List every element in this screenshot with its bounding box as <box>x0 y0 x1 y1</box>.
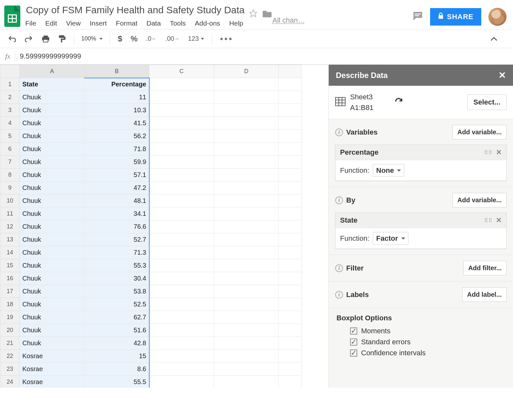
column-header-c[interactable]: C <box>149 65 214 78</box>
cell[interactable] <box>214 311 279 324</box>
cell[interactable] <box>149 156 214 169</box>
cell[interactable]: Kosrae <box>20 350 85 363</box>
info-icon[interactable]: i <box>335 291 343 299</box>
undo-button[interactable] <box>5 33 19 45</box>
cell[interactable] <box>214 246 279 259</box>
drag-handle-icon[interactable]: ⠿⠿ <box>484 149 493 156</box>
cell[interactable] <box>214 220 279 233</box>
cell[interactable] <box>214 285 279 298</box>
column-header-e[interactable] <box>279 65 302 78</box>
row-header[interactable]: 1 <box>0 78 20 91</box>
cell[interactable]: 57.1 <box>85 169 149 182</box>
cell[interactable]: Chuuk <box>20 182 85 194</box>
formula-input[interactable]: 9.59999999999999 <box>20 52 81 61</box>
cell[interactable] <box>149 143 214 156</box>
column-header-d[interactable]: D <box>214 65 279 78</box>
cell[interactable] <box>214 143 279 156</box>
cell[interactable]: Kosrae <box>20 363 85 376</box>
cell[interactable] <box>149 169 214 182</box>
collapse-toolbar-button[interactable] <box>487 34 501 44</box>
cell[interactable]: 51.6 <box>85 324 149 337</box>
cell[interactable] <box>214 91 279 104</box>
cell[interactable]: Chuuk <box>20 194 85 207</box>
row-header[interactable]: 9 <box>0 182 20 194</box>
cell[interactable] <box>149 337 214 350</box>
cell[interactable] <box>214 156 279 169</box>
remove-chip-icon[interactable]: ✕ <box>496 216 502 225</box>
cell[interactable]: 11 <box>85 91 149 104</box>
cell[interactable] <box>149 298 214 311</box>
cell[interactable] <box>214 169 279 182</box>
cell[interactable]: Chuuk <box>20 233 85 246</box>
cell[interactable]: Chuuk <box>20 337 85 350</box>
comments-icon[interactable] <box>413 11 423 23</box>
cell[interactable] <box>279 272 302 285</box>
row-header[interactable]: 16 <box>0 272 20 285</box>
cell[interactable] <box>149 207 214 220</box>
cell[interactable] <box>149 130 214 143</box>
cell[interactable]: Percentage <box>85 78 149 91</box>
cell[interactable] <box>279 194 302 207</box>
cell[interactable] <box>149 259 214 272</box>
cell[interactable]: 41.5 <box>85 117 149 130</box>
cell[interactable] <box>279 376 302 388</box>
cell[interactable] <box>279 130 302 143</box>
cell[interactable]: Chuuk <box>20 220 85 233</box>
cell[interactable] <box>214 337 279 350</box>
menu-view[interactable]: View <box>66 19 81 27</box>
cell[interactable] <box>214 182 279 194</box>
redo-button[interactable] <box>21 33 36 45</box>
add-by-variable-button[interactable]: Add variable... <box>452 193 507 207</box>
row-header[interactable]: 20 <box>0 324 20 337</box>
cell[interactable]: 59.9 <box>85 156 149 169</box>
info-icon[interactable]: i <box>335 128 343 136</box>
menu-help[interactable]: Help <box>229 19 243 27</box>
cell[interactable] <box>279 78 302 91</box>
cell[interactable]: Chuuk <box>20 324 85 337</box>
cell[interactable] <box>279 311 302 324</box>
add-label-button[interactable]: Add label... <box>462 287 507 302</box>
folder-icon[interactable] <box>263 9 272 19</box>
cell[interactable]: Chuuk <box>20 285 85 298</box>
cell[interactable]: Chuuk <box>20 91 85 104</box>
cell[interactable]: Chuuk <box>20 259 85 272</box>
cell[interactable] <box>279 246 302 259</box>
cell[interactable]: 8.6 <box>85 363 149 376</box>
function-select[interactable]: None <box>373 164 404 177</box>
zoom-select[interactable]: 100% <box>79 34 105 43</box>
last-edit-status[interactable]: All chan… <box>272 3 305 25</box>
remove-chip-icon[interactable]: ✕ <box>496 148 502 157</box>
cell[interactable]: 42.8 <box>85 337 149 350</box>
row-header[interactable]: 2 <box>0 91 20 104</box>
cell[interactable]: Chuuk <box>20 130 85 143</box>
cell[interactable]: 55.3 <box>85 259 149 272</box>
cell[interactable]: Chuuk <box>20 143 85 156</box>
cell[interactable]: Chuuk <box>20 104 85 117</box>
row-header[interactable]: 19 <box>0 311 20 324</box>
row-header[interactable]: 22 <box>0 350 20 363</box>
row-header[interactable]: 11 <box>0 207 20 220</box>
more-toolbar-button[interactable]: ••• <box>217 31 236 47</box>
cell[interactable] <box>279 350 302 363</box>
cell[interactable]: 47.2 <box>85 182 149 194</box>
cell[interactable]: 30.4 <box>85 272 149 285</box>
cell[interactable] <box>149 285 214 298</box>
cell[interactable] <box>279 182 302 194</box>
cell[interactable] <box>214 194 279 207</box>
select-all-corner[interactable] <box>0 65 20 78</box>
row-header[interactable]: 15 <box>0 259 20 272</box>
cell[interactable] <box>149 194 214 207</box>
cell[interactable] <box>149 104 214 117</box>
menu-format[interactable]: Format <box>116 19 138 27</box>
row-header[interactable]: 21 <box>0 337 20 350</box>
spreadsheet-grid[interactable]: A B C D 1StatePercentage2Chuuk113Chuuk10… <box>0 65 328 388</box>
cell[interactable]: Chuuk <box>20 117 85 130</box>
row-header[interactable]: 3 <box>0 104 20 117</box>
cell[interactable] <box>279 324 302 337</box>
cell[interactable] <box>279 207 302 220</box>
cell[interactable]: Chuuk <box>20 272 85 285</box>
menu-tools[interactable]: Tools <box>170 19 186 27</box>
avatar[interactable] <box>488 8 507 26</box>
info-icon[interactable]: i <box>335 264 343 272</box>
row-header[interactable]: 17 <box>0 285 20 298</box>
